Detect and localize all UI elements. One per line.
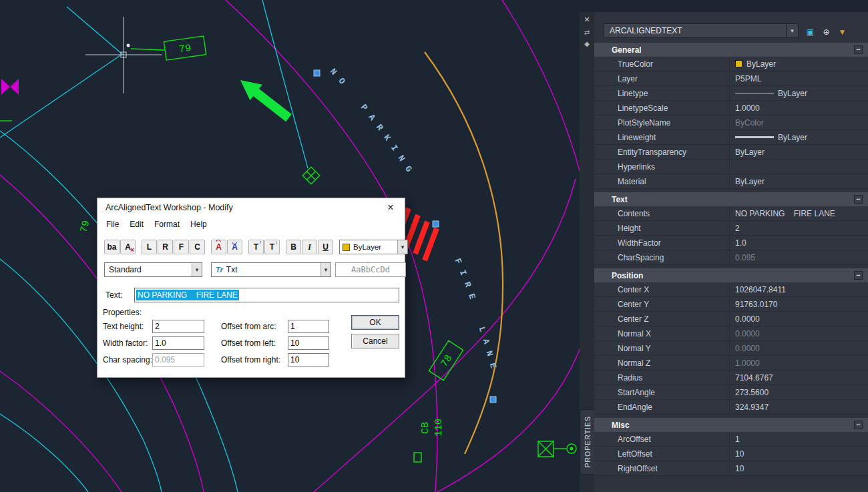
text-color-select[interactable]: ByLayer ▾ [339,240,408,254]
section-header[interactable]: Text− [594,192,868,206]
property-row[interactable]: StartAngle273.5600 [594,385,868,400]
cancel-button[interactable]: Cancel [351,334,399,348]
property-value[interactable]: 91763.0170 [730,297,868,311]
property-row[interactable]: Center Z0.0000 [594,312,868,326]
property-value[interactable]: ByLayer [730,145,868,159]
quick-select-icon[interactable]: ▼ [836,25,849,38]
text-input[interactable]: NO PARKING FIRE LANE [134,288,399,302]
concave-button[interactable]: ◡A [227,240,242,254]
cb-number-label[interactable]: 110 [433,419,445,437]
property-row[interactable]: Normal Z1.0000 [594,356,868,371]
property-value[interactable]: ByLayer [730,130,868,144]
property-value[interactable]: 7104.6767 [730,371,868,385]
text-height-input[interactable] [152,320,204,333]
align-right-button[interactable]: R [158,240,173,254]
cb-label[interactable]: CB [420,422,431,434]
property-value[interactable]: 273.5600 [730,385,868,399]
style-select[interactable]: Standard ▾ [104,262,202,277]
menu-help[interactable]: Help [186,218,212,230]
width-factor-input[interactable] [152,336,204,350]
menu-file[interactable]: File [101,218,124,230]
property-value[interactable]: NO PARKING FIRE LANE [730,206,868,220]
property-row[interactable]: WidthFactor1.0 [594,236,868,250]
underline-button[interactable]: U [318,240,333,254]
offset-outward-button[interactable]: ↑T [248,240,264,254]
property-row[interactable]: ArcOffset1 [594,432,868,447]
property-value[interactable]: 324.9347 [730,400,868,414]
property-row[interactable]: LinetypeByLayer [594,86,868,101]
property-row[interactable]: EndAngle324.9347 [594,400,868,415]
property-value[interactable]: 1026047.8411 [730,282,868,296]
object-type-select[interactable]: ARCALIGNEDTEXT ▾ [604,23,799,38]
property-value[interactable]: 10 [730,461,868,475]
property-value[interactable]: 1.0 [730,236,868,250]
property-row[interactable]: Normal Y0.0000 [594,341,868,356]
dialog-titlebar[interactable]: ArcAlignedText Workshop - Modify × [97,198,405,217]
property-value[interactable]: ByLayer [730,86,868,100]
palette-close-icon[interactable]: × [584,14,590,25]
property-value[interactable]: 0.0000 [730,326,868,340]
fit-button[interactable]: F [174,240,189,254]
property-row[interactable]: Hyperlinks [594,160,868,174]
section-header[interactable]: Position− [594,268,868,282]
property-row[interactable]: LinetypeScale1.0000 [594,101,868,115]
palette-menu-icon[interactable]: ◆ [584,40,590,47]
ok-button[interactable]: OK [351,315,399,330]
property-value[interactable]: 1.0000 [730,356,868,370]
pickadd-toggle-icon[interactable]: ▣ [804,25,817,38]
property-row[interactable]: EntityTransparencyByLayer [594,145,868,160]
property-row[interactable]: PlotStyleNameByColor [594,115,868,130]
property-row[interactable]: LeftOffset10 [594,447,868,461]
grip-start[interactable] [314,70,320,76]
palette-titlebar[interactable]: × ⇄ ◆ PROPERTIES [580,12,594,492]
property-row[interactable]: Normal X0.0000 [594,326,868,341]
property-value[interactable]: ByColor [730,115,868,130]
center-button[interactable]: C [190,240,205,254]
offset-from-left-input[interactable] [288,336,329,350]
convex-button[interactable]: ◠A [211,240,226,254]
select-objects-icon[interactable]: ⊕ [820,25,833,38]
char-spacing-input[interactable] [152,353,204,366]
offset-inward-button[interactable]: ↓T [264,240,280,254]
property-value[interactable]: 2 [730,221,868,235]
collapse-icon[interactable]: − [854,271,863,280]
collapse-icon[interactable]: − [854,195,863,204]
property-row[interactable]: TrueColorByLayer [594,57,868,71]
grip-end[interactable] [490,397,496,403]
offset-from-arc-input[interactable] [288,320,329,333]
offset-from-right-input[interactable] [288,353,329,366]
property-row[interactable]: MaterialByLayer [594,174,868,189]
align-left-button[interactable]: L [142,240,157,254]
property-row[interactable]: CharSpacing0.095 [594,250,868,265]
arcalignedtext-dialog[interactable]: ArcAlignedText Workshop - Modify × File … [97,198,405,378]
italic-button[interactable]: I [302,240,317,254]
property-value[interactable] [730,160,868,174]
property-value[interactable]: P5PML [730,71,868,85]
bold-button[interactable]: B [286,240,301,254]
property-value[interactable]: 1.0000 [730,101,868,115]
grip-mid[interactable] [433,221,439,227]
menu-edit[interactable]: Edit [125,218,148,230]
property-row[interactable]: Center Y91763.0170 [594,297,868,312]
property-value[interactable]: 0.0000 [730,312,868,326]
close-icon[interactable]: × [382,202,399,214]
property-row[interactable]: LayerP5PML [594,71,868,86]
section-header[interactable]: General− [594,43,868,57]
property-value[interactable]: ByLayer [730,57,868,71]
property-value[interactable]: 10 [730,447,868,461]
remove-arctext-button[interactable]: A× [120,240,136,254]
property-row[interactable]: RightOffset10 [594,461,868,476]
section-header[interactable]: Misc− [594,418,868,432]
font-select[interactable]: Tr Txt ▾ [211,262,331,277]
property-value[interactable]: 1 [730,432,868,446]
reduce-spacing-button[interactable]: ba [104,240,120,254]
property-value[interactable]: 0.095 [730,250,868,264]
property-row[interactable]: ContentsNO PARKING FIRE LANE [594,206,868,221]
property-value[interactable]: 0.0000 [730,341,868,355]
collapse-icon[interactable]: − [854,421,863,429]
menu-format[interactable]: Format [150,218,184,230]
property-row[interactable]: LineweightByLayer [594,130,868,145]
property-row[interactable]: Height2 [594,221,868,236]
property-row[interactable]: Center X1026047.8411 [594,282,868,297]
property-row[interactable]: Radius7104.6767 [594,371,868,385]
